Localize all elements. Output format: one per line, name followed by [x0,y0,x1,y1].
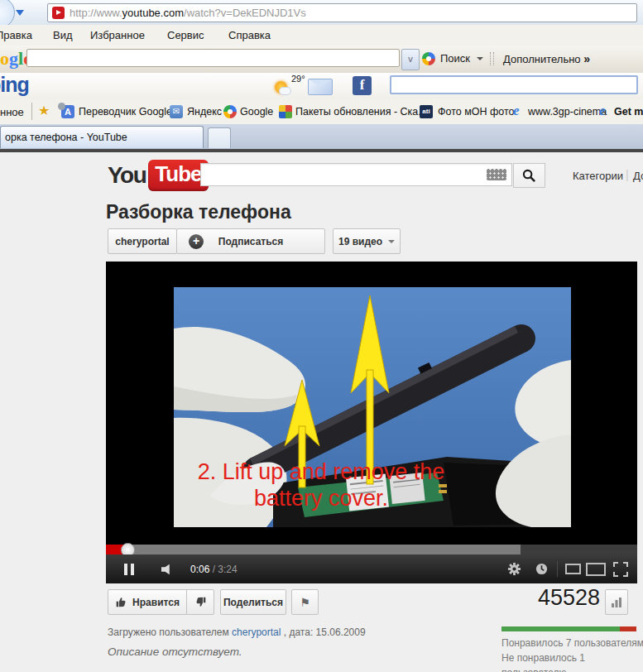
divider [31,103,32,120]
player-controls: 0:06 / 3:24 [106,554,637,583]
favorites-bar: нное ★ A Переводчик Google# ✉ Яндекс Goo… [0,99,643,125]
flag-icon: ⚑ [300,596,310,609]
packages-icon[interactable] [279,105,292,118]
flag-button[interactable]: ⚑ [291,589,319,615]
google-toolbar: ogle v Поиск Дополнительно » [0,46,643,74]
address-dropdown-icon[interactable] [16,10,24,16]
dislike-button[interactable] [186,589,214,615]
small-player-button[interactable] [562,554,583,583]
favorite-translate[interactable]: Переводчик Google# [79,106,178,118]
plus-circle-icon: + [189,234,204,249]
likes-text: Понравилось 7 пользователям, [501,637,643,649]
time-display: 0:06 / 3:24 [190,564,238,575]
like-button[interactable]: Нравится [108,589,187,615]
mail-icon[interactable] [308,79,333,95]
buffered-bar [106,545,521,554]
pause-button[interactable] [113,554,146,583]
subscribe-button[interactable]: + Подписаться [176,228,325,254]
google-search-dropdown-icon[interactable]: v [401,49,420,70]
fullscreen-button[interactable] [607,554,634,583]
add-link[interactable]: Доб [633,170,643,182]
favorite-3gp-cinema[interactable]: www.3gp-cinema [528,106,607,118]
ie-icon[interactable]: e [513,103,520,119]
uploader-link[interactable]: cheryportal [232,626,281,638]
youtube-logo[interactable]: You Tube [108,160,209,191]
video-player[interactable]: 2. Lift up and remove the battery cover.… [106,262,637,583]
google-search-button[interactable]: Поиск [440,52,470,65]
bing-logo: bing [0,73,29,97]
view-count: 45528 [463,585,600,611]
address-bar[interactable]: http://www.youtube.com/watch?v=DekEDNJD1… [47,3,637,22]
chevrons-icon: » [583,52,590,65]
favorite-yandex[interactable]: Яндекс [187,106,222,118]
keyboard-icon[interactable] [487,169,506,180]
logo-tube: Tube [148,160,208,191]
menu-help[interactable]: Справка [228,29,271,41]
back-button[interactable] [0,0,15,28]
youtube-search-input[interactable] [200,163,512,186]
watch-later-button[interactable] [529,554,554,583]
ie-icon[interactable]: e [599,103,606,119]
browser-window: http://www.youtube.com/watch?v=DekEDNJD1… [0,0,643,672]
statistics-button[interactable] [605,589,628,615]
dislikes-text-2: пользователю [501,667,567,672]
video-title: Разборка телефона [106,201,291,223]
clock-icon [535,562,549,576]
sentiment-bar [501,626,636,631]
seek-bar[interactable] [106,545,637,554]
google-more-button[interactable]: Дополнительно » [503,52,590,65]
logo-you: You [108,160,146,191]
menu-favorites[interactable]: Избранное [90,29,145,41]
video-overlay-caption-line2: battery cover. [254,486,388,511]
favorite-photo[interactable]: Фото мОН фото [438,106,515,118]
large-player-button[interactable] [583,554,608,583]
gear-icon [507,562,521,576]
share-button[interactable]: Поделиться [220,589,286,615]
tab-youtube[interactable]: орка телефона - YouTube [0,126,204,148]
google-ball-icon[interactable] [223,105,237,118]
add-favorite-star-icon[interactable]: ★ [38,103,50,118]
thumb-down-icon [194,596,207,608]
youtube-favicon [52,7,65,19]
facebook-icon[interactable]: f [353,76,372,95]
tab-bar: орка телефона - YouTube [0,124,643,149]
divider: | [626,168,629,181]
youtube-search-button[interactable] [513,163,545,188]
description-text: Описание отсутствует. [108,646,242,658]
divider [557,561,558,577]
url-text: http://www.youtube.com/watch?v=DekEDNJD1… [70,7,306,19]
search-caret-icon[interactable] [477,57,483,60]
new-tab-stub[interactable] [208,127,231,148]
favorite-packages[interactable]: Пакеты обновления - Ска... [295,106,427,118]
settings-button[interactable] [501,554,526,583]
menu-bar: Правка Вид Избранное Сервис Справка [0,25,643,46]
dislikes-text-1: Не понравилось 1 [501,652,585,664]
videos-dropdown[interactable]: 19 видео [333,228,401,254]
weather-temperature: 29° [291,74,305,84]
yandex-mail-icon[interactable]: ✉ [170,105,183,118]
magnifier-icon [522,169,536,183]
toolbar-grip-icon[interactable] [490,52,494,65]
weather-sun-icon[interactable] [275,81,287,94]
channel-button[interactable]: cheryportal [108,228,177,254]
categories-link[interactable]: Категории [573,170,623,182]
menu-tools[interactable]: Сервис [167,29,204,41]
menu-view[interactable]: Вид [53,29,73,41]
translate-icon[interactable]: A [61,105,74,118]
bing-toolbar: bing 29° f [0,73,643,100]
upload-info: Загружено пользователем cheryportal , да… [108,626,366,638]
favorite-google[interactable]: Google [240,106,273,118]
menu-edit[interactable]: Правка [0,29,32,41]
favorites-cut-label: нное [0,106,24,118]
google-search-input[interactable] [26,49,400,67]
bing-search-input[interactable] [390,75,638,94]
bar-chart-icon [611,597,622,608]
likes-bar [501,626,620,631]
video-overlay-caption-line1: 2. Lift up and remove the [198,459,445,484]
video-frame[interactable]: 2. Lift up and remove the battery cover. [106,262,637,545]
chevron-down-icon [388,240,395,243]
favorite-get-m[interactable]: Get m [614,106,643,118]
volume-button[interactable] [156,554,180,583]
ati-photo-icon[interactable]: ati [420,105,433,118]
thumb-up-icon [115,596,127,608]
